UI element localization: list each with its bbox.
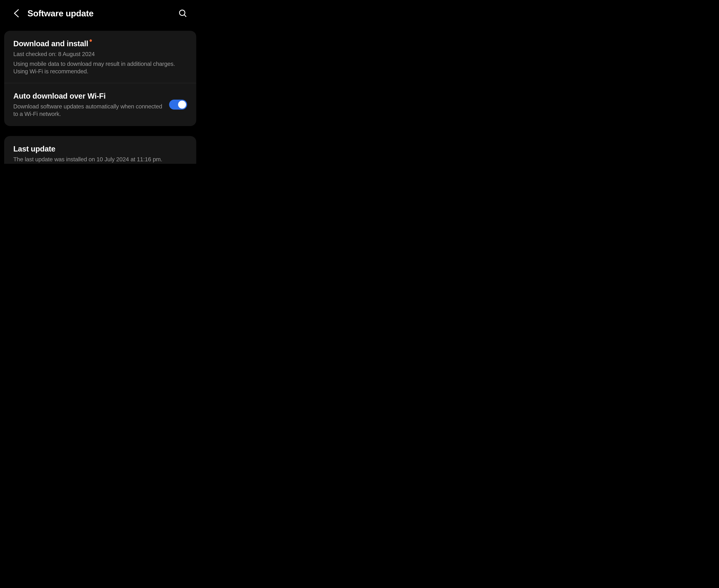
back-button[interactable] bbox=[13, 9, 20, 18]
last-update-card: Last update The last update was installe… bbox=[4, 136, 196, 164]
download-install-last-checked: Last checked on: 8 August 2024 bbox=[13, 50, 187, 58]
update-options-card: Download and install Last checked on: 8 … bbox=[4, 31, 196, 126]
download-install-title: Download and install bbox=[13, 39, 88, 48]
page-title: Software update bbox=[27, 8, 171, 18]
notification-dot-icon bbox=[89, 39, 92, 42]
header: Software update bbox=[0, 0, 200, 27]
svg-line-1 bbox=[184, 15, 186, 17]
auto-download-content: Auto download over Wi-Fi Download softwa… bbox=[13, 91, 164, 118]
last-update-item[interactable]: Last update The last update was installe… bbox=[4, 136, 196, 164]
download-install-title-row: Download and install bbox=[13, 39, 187, 48]
auto-download-description: Download software updates automatically … bbox=[13, 103, 164, 118]
back-icon bbox=[13, 9, 20, 18]
auto-download-toggle[interactable] bbox=[169, 100, 187, 110]
last-update-description: The last update was installed on 10 July… bbox=[13, 156, 187, 163]
download-install-warning: Using mobile data to download may result… bbox=[13, 60, 187, 75]
search-icon bbox=[178, 9, 187, 18]
toggle-knob bbox=[178, 101, 186, 109]
auto-download-title: Auto download over Wi-Fi bbox=[13, 91, 164, 101]
download-install-item[interactable]: Download and install Last checked on: 8 … bbox=[4, 31, 196, 83]
last-update-title: Last update bbox=[13, 144, 187, 153]
auto-download-item[interactable]: Auto download over Wi-Fi Download softwa… bbox=[4, 83, 196, 126]
search-button[interactable] bbox=[178, 9, 187, 18]
